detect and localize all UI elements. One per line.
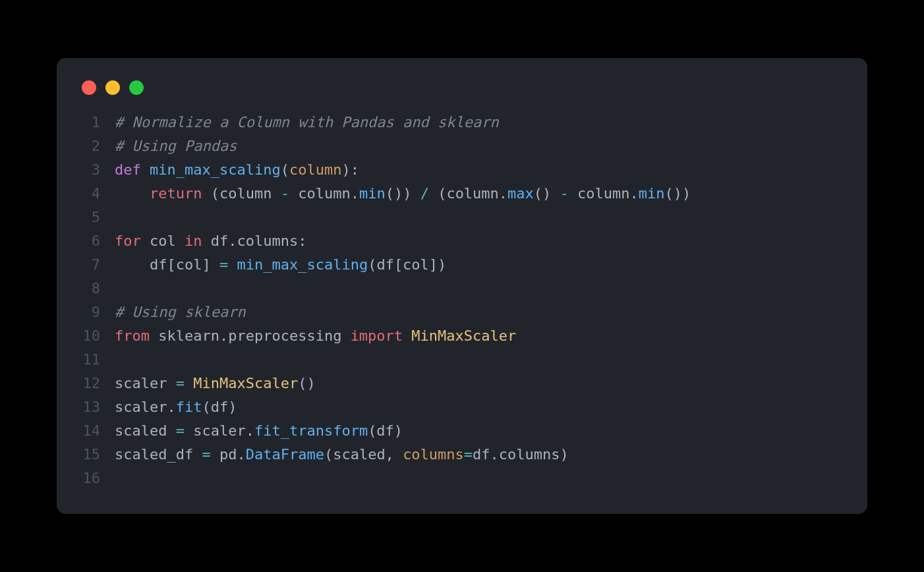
line-number: 15 — [75, 443, 115, 467]
line-number: 8 — [75, 277, 115, 300]
code-token: = — [219, 256, 228, 273]
code-line[interactable]: 16 — [75, 467, 849, 490]
line-content: scaled_df = pd.DataFrame(scaled, columns… — [115, 443, 569, 467]
code-token: (df) — [368, 422, 403, 439]
code-token: in — [185, 233, 202, 249]
code-token: - — [281, 185, 289, 202]
code-token: max — [507, 185, 534, 202]
line-content: return (column - column.min()) / (column… — [115, 182, 691, 206]
code-token: df.columns: — [202, 233, 306, 249]
code-token: (df[col]) — [368, 256, 446, 273]
code-line[interactable]: 8 — [75, 277, 849, 300]
line-number: 7 — [75, 253, 115, 277]
line-content: scaled = scaler.fit_transform(df) — [115, 419, 403, 443]
code-token — [185, 375, 193, 391]
line-content: def min_max_scaling(column): — [115, 158, 359, 182]
code-token: = — [176, 422, 185, 439]
line-number: 14 — [75, 419, 115, 443]
code-token: min — [359, 185, 386, 202]
code-token: ): — [341, 161, 359, 178]
code-token: (column — [202, 185, 280, 202]
code-line[interactable]: 1# Normalize a Column with Pandas and sk… — [75, 111, 849, 134]
code-token: scaled_df — [115, 446, 202, 463]
code-token: for — [115, 233, 141, 249]
code-token — [228, 256, 237, 273]
code-line[interactable]: 14scaled = scaler.fit_transform(df) — [75, 419, 849, 443]
code-line[interactable]: 6for col in df.columns: — [75, 229, 849, 253]
code-line[interactable]: 11 — [75, 348, 849, 372]
code-token: import — [351, 328, 403, 344]
line-number: 6 — [75, 229, 115, 253]
code-token: ( — [281, 161, 289, 178]
line-number: 16 — [75, 467, 115, 490]
code-line[interactable]: 13scaler.fit(df) — [75, 395, 849, 419]
code-token: - — [560, 185, 569, 202]
code-token: # Normalize a Column with Pandas and skl… — [115, 114, 499, 130]
close-icon[interactable] — [82, 80, 96, 95]
code-token: col — [141, 233, 185, 249]
line-number: 1 — [75, 111, 115, 134]
code-token: column. — [569, 185, 639, 202]
code-line[interactable]: 3def min_max_scaling(column): — [75, 158, 849, 182]
maximize-icon[interactable] — [129, 80, 144, 95]
code-token: MinMaxScaler — [403, 328, 516, 344]
code-token: (column. — [429, 185, 507, 202]
code-token: scaler — [115, 375, 176, 391]
code-window: 1# Normalize a Column with Pandas and sk… — [57, 58, 867, 514]
line-number: 5 — [75, 206, 115, 229]
line-number: 4 — [75, 182, 115, 206]
code-token: df[col] — [115, 256, 219, 273]
minimize-icon[interactable] — [105, 80, 120, 95]
code-line[interactable]: 7 df[col] = min_max_scaling(df[col]) — [75, 253, 849, 277]
line-number: 10 — [75, 324, 115, 348]
code-editor[interactable]: 1# Normalize a Column with Pandas and sk… — [75, 111, 849, 490]
code-token: return — [150, 185, 202, 202]
line-content: scaler = MinMaxScaler() — [115, 372, 316, 395]
code-token: scaled — [115, 422, 176, 439]
line-content: # Normalize a Column with Pandas and skl… — [115, 111, 499, 134]
code-token: # Using Pandas — [115, 138, 237, 154]
line-number: 13 — [75, 395, 115, 419]
code-line[interactable]: 2# Using Pandas — [75, 134, 849, 158]
code-token: # Using sklearn — [115, 304, 246, 320]
code-token: df.columns) — [473, 446, 569, 463]
code-line[interactable]: 12scaler = MinMaxScaler() — [75, 372, 849, 395]
window-titlebar — [75, 76, 849, 111]
code-token: ()) — [665, 185, 691, 202]
line-number: 12 — [75, 372, 115, 395]
code-token: min_max_scaling — [150, 161, 281, 178]
code-token: scaler. — [185, 422, 254, 439]
line-content: from sklearn.preprocessing import MinMax… — [115, 324, 516, 348]
line-content: # Using sklearn — [115, 300, 246, 324]
code-token: column — [289, 161, 341, 178]
code-token: = — [176, 375, 185, 391]
code-line[interactable]: 5 — [75, 206, 849, 229]
code-token: sklearn.preprocessing — [150, 328, 351, 344]
code-token: MinMaxScaler — [193, 375, 298, 391]
code-token: fit — [176, 399, 202, 415]
code-token: () — [534, 185, 560, 202]
line-content: df[col] = min_max_scaling(df[col]) — [115, 253, 446, 277]
line-number: 9 — [75, 300, 115, 324]
code-token: def — [115, 161, 150, 178]
code-line[interactable]: 9# Using sklearn — [75, 300, 849, 324]
code-token: = — [202, 446, 210, 463]
code-token: = — [464, 446, 473, 463]
line-number: 2 — [75, 134, 115, 158]
code-line[interactable]: 10from sklearn.preprocessing import MinM… — [75, 324, 849, 348]
code-token: column. — [289, 185, 359, 202]
line-content: for col in df.columns: — [115, 229, 306, 253]
code-token: DataFrame — [246, 446, 324, 463]
code-token: from — [115, 328, 150, 344]
code-line[interactable]: 15scaled_df = pd.DataFrame(scaled, colum… — [75, 443, 849, 467]
line-number: 11 — [75, 348, 115, 372]
code-token: columns — [403, 446, 464, 463]
code-token: fit_transform — [254, 422, 368, 439]
line-content: scaler.fit(df) — [115, 395, 237, 419]
code-token: min — [639, 185, 665, 202]
code-token — [115, 185, 150, 202]
code-token: scaler. — [115, 399, 176, 415]
code-token: min_max_scaling — [237, 256, 368, 273]
code-token: () — [298, 375, 316, 391]
code-line[interactable]: 4 return (column - column.min()) / (colu… — [75, 182, 849, 206]
